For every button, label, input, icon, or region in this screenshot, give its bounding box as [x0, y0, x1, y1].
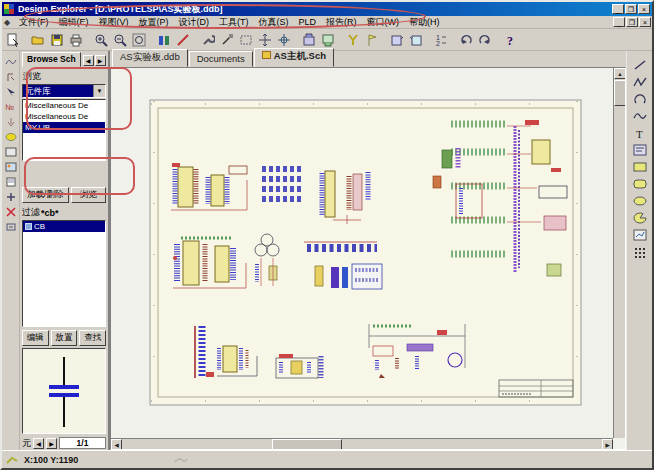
no-erc-icon[interactable]: №: [4, 100, 18, 113]
find-button[interactable]: 查找: [79, 330, 106, 346]
document-tabs: AS实验板.ddb Documents AS主机.Sch: [110, 51, 626, 67]
browse-mode-dropdown[interactable]: 元件库 ▼: [22, 84, 106, 98]
place-part-icon[interactable]: [4, 70, 18, 83]
doc-tab-documents[interactable]: Documents: [189, 51, 253, 67]
cursor-coordinates: X:100 Y:1190: [24, 455, 78, 465]
menu-simulate[interactable]: 仿真(S): [254, 16, 294, 29]
component-item-selected[interactable]: CB: [23, 221, 105, 232]
menu-file[interactable]: 文件(F): [14, 16, 54, 29]
tag-tool-icon[interactable]: [4, 220, 18, 233]
save-icon[interactable]: [48, 31, 66, 49]
part-next-icon[interactable]: [407, 31, 425, 49]
library-item[interactable]: Miscellaneous De: [23, 111, 105, 122]
horizontal-scroll-thumb[interactable]: [272, 439, 342, 450]
scroll-up-icon[interactable]: ▲: [614, 68, 626, 79]
edit-button[interactable]: 编辑: [22, 330, 49, 346]
annotate-icon[interactable]: 12: [432, 31, 450, 49]
browse-library-icon[interactable]: [155, 31, 173, 49]
add-icon[interactable]: [4, 190, 18, 203]
bezier-icon[interactable]: [631, 108, 649, 124]
child-minimize-button[interactable]: _: [613, 17, 625, 27]
menu-pld[interactable]: PLD: [294, 17, 322, 27]
zoom-all-icon[interactable]: [130, 31, 148, 49]
delete-icon[interactable]: [4, 205, 18, 218]
doc-tab-sch-active[interactable]: AS主机.Sch: [254, 48, 334, 67]
panel-tab-browse-sch[interactable]: Browse Sch: [22, 52, 81, 67]
image-tool-icon[interactable]: [4, 160, 18, 173]
footer-prev-icon[interactable]: ◀: [33, 438, 44, 449]
wire-tool-icon[interactable]: [4, 55, 18, 68]
mdi-child-icon: ◆: [4, 18, 14, 27]
probe-icon[interactable]: [344, 31, 362, 49]
text-frame-icon[interactable]: [631, 142, 649, 158]
vertical-scroll-thumb[interactable]: [614, 80, 626, 106]
graph-icon[interactable]: [631, 227, 649, 243]
draw-line-icon[interactable]: [218, 31, 236, 49]
library-item[interactable]: Miscellaneous De: [23, 100, 105, 111]
menu-reports[interactable]: 报告(R): [321, 16, 362, 29]
component-list: CB: [22, 220, 106, 327]
polyline-icon[interactable]: [631, 74, 649, 90]
undo-icon[interactable]: [457, 31, 475, 49]
select-document-icon[interactable]: [4, 31, 22, 49]
child-restore-button[interactable]: ❐: [626, 17, 638, 27]
highlight-icon[interactable]: [4, 130, 18, 143]
menu-window[interactable]: 窗口(W): [362, 16, 405, 29]
panel-tab-prev-icon[interactable]: ◀: [83, 55, 94, 66]
menu-edit[interactable]: 编辑(E): [54, 16, 94, 29]
line-icon[interactable]: [631, 57, 649, 73]
text-icon[interactable]: T: [631, 125, 649, 141]
vertical-scrollbar[interactable]: ▲: [613, 68, 625, 438]
minimize-button[interactable]: _: [612, 4, 624, 14]
restore-button[interactable]: ❐: [625, 4, 637, 14]
arc-icon[interactable]: [631, 91, 649, 107]
filter-input[interactable]: *cb*: [41, 208, 59, 218]
move-icon[interactable]: [256, 31, 274, 49]
frame-tool-icon[interactable]: [4, 145, 18, 158]
scroll-left-icon[interactable]: ◀: [111, 439, 122, 450]
print-icon[interactable]: [67, 31, 85, 49]
menu-tools[interactable]: 工具(T): [214, 16, 254, 29]
zoom-in-icon[interactable]: [92, 31, 110, 49]
load-remove-button[interactable]: 加载/删除: [22, 187, 69, 203]
dropdown-arrow-icon[interactable]: ▼: [93, 85, 105, 97]
schematic-canvas[interactable]: ▲ ◀ ▶: [110, 67, 626, 450]
menu-view[interactable]: 视图(V): [94, 16, 134, 29]
child-close-button[interactable]: ×: [639, 17, 651, 27]
menu-help[interactable]: 帮助(H): [404, 16, 445, 29]
library-down-icon[interactable]: [319, 31, 337, 49]
help-icon[interactable]: ?: [501, 31, 519, 49]
drop-icon[interactable]: [4, 115, 18, 128]
crosshair-icon[interactable]: [275, 31, 293, 49]
round-rect-icon[interactable]: [631, 176, 649, 192]
cursor-icon[interactable]: [4, 85, 18, 98]
footer-next-icon[interactable]: ▶: [46, 438, 57, 449]
wrench-icon[interactable]: [199, 31, 217, 49]
scroll-right-icon[interactable]: ▶: [602, 439, 613, 450]
paste-array-icon[interactable]: [631, 244, 649, 260]
menu-bar: ◆ 文件(F) 编辑(E) 视图(V) 放置(P) 设计(D) 工具(T) 仿真…: [2, 16, 652, 29]
doc-tab-ddb[interactable]: AS实验板.ddb: [112, 49, 188, 67]
wire-icon[interactable]: [174, 31, 192, 49]
pie-icon[interactable]: [631, 210, 649, 226]
close-button[interactable]: ×: [638, 4, 650, 14]
library-list: Miscellaneous De Miscellaneous De MY.LIB: [22, 99, 106, 161]
place-button[interactable]: 放置: [51, 330, 78, 346]
open-folder-icon[interactable]: [29, 31, 47, 49]
select-area-icon[interactable]: [237, 31, 255, 49]
library-up-icon[interactable]: [300, 31, 318, 49]
part-prev-icon[interactable]: [388, 31, 406, 49]
ellipse-icon[interactable]: [631, 193, 649, 209]
zoom-out-icon[interactable]: [111, 31, 129, 49]
sheet-tool-icon[interactable]: [4, 175, 18, 188]
horizontal-scrollbar[interactable]: ◀ ▶: [111, 438, 613, 449]
browse-button[interactable]: 浏览: [71, 187, 107, 203]
library-item-selected[interactable]: MY.LIB: [23, 122, 105, 133]
marker-icon[interactable]: [363, 31, 381, 49]
rect-icon[interactable]: [631, 159, 649, 175]
status-bar: X:100 Y:1190: [2, 450, 652, 468]
redo-icon[interactable]: [476, 31, 494, 49]
menu-place[interactable]: 放置(P): [134, 16, 174, 29]
menu-design[interactable]: 设计(D): [174, 16, 215, 29]
panel-tab-next-icon[interactable]: ▶: [95, 55, 106, 66]
